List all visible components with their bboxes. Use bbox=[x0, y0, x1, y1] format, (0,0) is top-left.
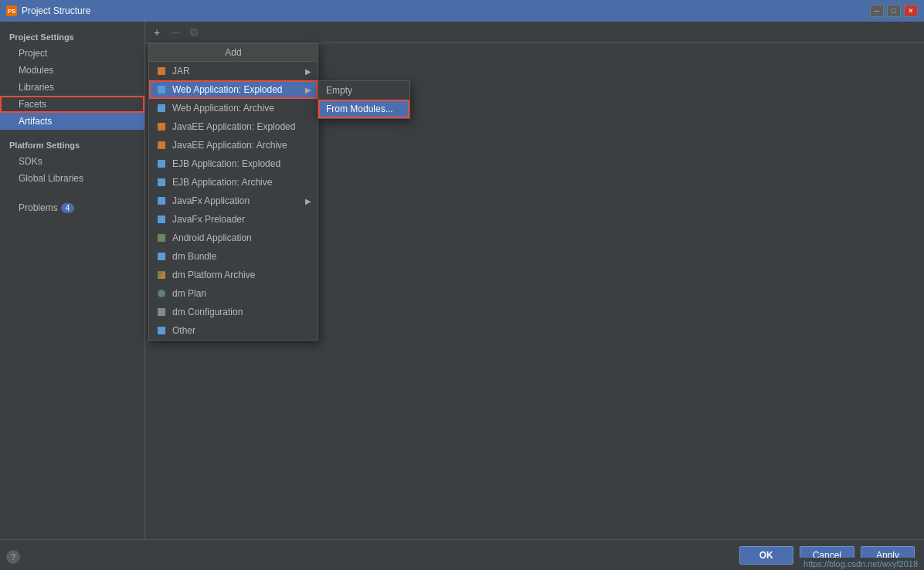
web-archive-icon bbox=[155, 102, 168, 114]
javaee-exploded-icon bbox=[155, 120, 168, 133]
menu-item-dm-plan[interactable]: dm Plan bbox=[149, 284, 318, 303]
window-controls: ─ □ ✕ bbox=[870, 5, 918, 17]
add-menu-title: Add bbox=[149, 44, 318, 62]
remove-button[interactable]: ─ bbox=[167, 24, 184, 41]
window-title: Project Structure bbox=[22, 5, 90, 16]
android-label: Android Application bbox=[172, 232, 252, 243]
menu-item-javafx[interactable]: JavaFx Application ▶ bbox=[149, 192, 318, 210]
app-icon: PS bbox=[6, 5, 17, 16]
add-dropdown-menu: Add JAR ▶ Web Application: Exploded ▶ bbox=[148, 43, 318, 341]
dm-plan-icon bbox=[155, 287, 168, 300]
url-bar: https://blog.csdn.net/wxyf2018 bbox=[797, 558, 924, 570]
from-modules-label: From Modules... bbox=[326, 103, 393, 114]
web-exploded-submenu: Empty From Modules... bbox=[318, 80, 410, 119]
menu-item-android[interactable]: Android Application bbox=[149, 229, 318, 247]
close-button[interactable]: ✕ bbox=[904, 5, 918, 17]
ejb-exploded-icon bbox=[155, 158, 168, 170]
sidebar-item-facets[interactable]: Facets bbox=[0, 96, 144, 113]
sidebar-item-modules[interactable]: Modules bbox=[0, 62, 144, 79]
other-label: Other bbox=[172, 325, 195, 336]
dm-platform-icon bbox=[155, 269, 168, 281]
dm-platform-label: dm Platform Archive bbox=[172, 270, 255, 280]
help-button[interactable]: ? bbox=[6, 550, 20, 564]
title-bar: PS Project Structure ─ □ ✕ bbox=[0, 0, 924, 22]
menu-item-ejb-archive[interactable]: EJB Application: Archive bbox=[149, 173, 318, 192]
ok-button[interactable]: OK bbox=[739, 546, 793, 565]
ejb-archive-label: EJB Application: Archive bbox=[172, 177, 272, 188]
menu-item-javafx-preloader[interactable]: JavaFx Preloader bbox=[149, 210, 318, 229]
sidebar-item-project[interactable]: Project bbox=[0, 45, 144, 62]
sidebar-item-sdks[interactable]: SDKs bbox=[0, 153, 144, 170]
dm-bundle-label: dm Bundle bbox=[172, 251, 216, 262]
web-exploded-arrow: ▶ bbox=[305, 86, 311, 94]
menu-item-javaee-archive[interactable]: JavaEE Application: Archive bbox=[149, 136, 318, 154]
menu-item-dm-config[interactable]: dm Configuration bbox=[149, 303, 318, 321]
project-settings-section: Project Settings bbox=[0, 28, 144, 45]
web-exploded-icon bbox=[155, 83, 168, 96]
menu-item-dm-bundle[interactable]: dm Bundle bbox=[149, 247, 318, 266]
dm-plan-label: dm Plan bbox=[172, 288, 206, 299]
menu-item-jar[interactable]: JAR ▶ bbox=[149, 62, 318, 80]
content-toolbar: + ─ ⧉ bbox=[145, 22, 924, 43]
submenu-empty[interactable]: Empty bbox=[318, 81, 409, 100]
menu-item-web-archive[interactable]: Web Application: Archive bbox=[149, 99, 318, 117]
javafx-preloader-label: JavaFx Preloader bbox=[172, 214, 245, 225]
menu-item-web-exploded[interactable]: Web Application: Exploded ▶ Empty From M… bbox=[149, 80, 318, 99]
android-icon bbox=[155, 232, 168, 244]
javaee-archive-label: JavaEE Application: Archive bbox=[172, 140, 287, 151]
web-exploded-label: Web Application: Exploded bbox=[172, 84, 283, 95]
platform-settings-section: Platform Settings bbox=[0, 136, 144, 153]
problems-section: Problems 4 bbox=[0, 199, 144, 216]
javafx-label: JavaFx Application bbox=[172, 195, 250, 206]
content-area: + ─ ⧉ Add JAR ▶ Web Application: Explode… bbox=[145, 22, 924, 539]
jar-icon bbox=[155, 65, 168, 77]
other-icon bbox=[155, 324, 168, 337]
javafx-arrow: ▶ bbox=[305, 197, 311, 205]
empty-label: Empty bbox=[326, 85, 352, 96]
add-button[interactable]: + bbox=[148, 24, 165, 41]
javaee-exploded-label: JavaEE Application: Exploded bbox=[172, 121, 295, 132]
bottom-bar: OK Cancel Apply https://blog.csdn.net/wx… bbox=[0, 539, 924, 570]
problems-label: Problems bbox=[19, 202, 58, 213]
dm-bundle-icon bbox=[155, 250, 168, 263]
ejb-archive-icon bbox=[155, 176, 168, 188]
web-archive-label: Web Application: Archive bbox=[172, 103, 274, 114]
jar-label: JAR bbox=[172, 66, 190, 76]
title-bar-left: PS Project Structure bbox=[6, 5, 90, 16]
menu-item-ejb-exploded[interactable]: EJB Application: Exploded bbox=[149, 154, 318, 173]
sidebar-item-artifacts[interactable]: Artifacts bbox=[0, 113, 144, 130]
menu-item-javaee-exploded[interactable]: JavaEE Application: Exploded bbox=[149, 117, 318, 136]
problems-badge: 4 bbox=[61, 203, 75, 213]
menu-item-other[interactable]: Other bbox=[149, 321, 318, 340]
jar-arrow: ▶ bbox=[305, 67, 311, 76]
dm-config-label: dm Configuration bbox=[172, 307, 243, 317]
maximize-button[interactable]: □ bbox=[887, 5, 901, 17]
sidebar-item-libraries[interactable]: Libraries bbox=[0, 79, 144, 96]
minimize-button[interactable]: ─ bbox=[870, 5, 884, 17]
sidebar: Project Settings Project Modules Librari… bbox=[0, 22, 145, 539]
javafx-preloader-icon bbox=[155, 213, 168, 226]
menu-item-dm-platform[interactable]: dm Platform Archive bbox=[149, 266, 318, 284]
dm-config-icon bbox=[155, 306, 168, 318]
submenu-from-modules[interactable]: From Modules... bbox=[318, 100, 409, 118]
javafx-icon bbox=[155, 195, 168, 207]
sidebar-item-global-libraries[interactable]: Global Libraries bbox=[0, 170, 144, 187]
ejb-exploded-label: EJB Application: Exploded bbox=[172, 158, 280, 169]
copy-button[interactable]: ⧉ bbox=[185, 24, 202, 41]
javaee-archive-icon bbox=[155, 139, 168, 151]
